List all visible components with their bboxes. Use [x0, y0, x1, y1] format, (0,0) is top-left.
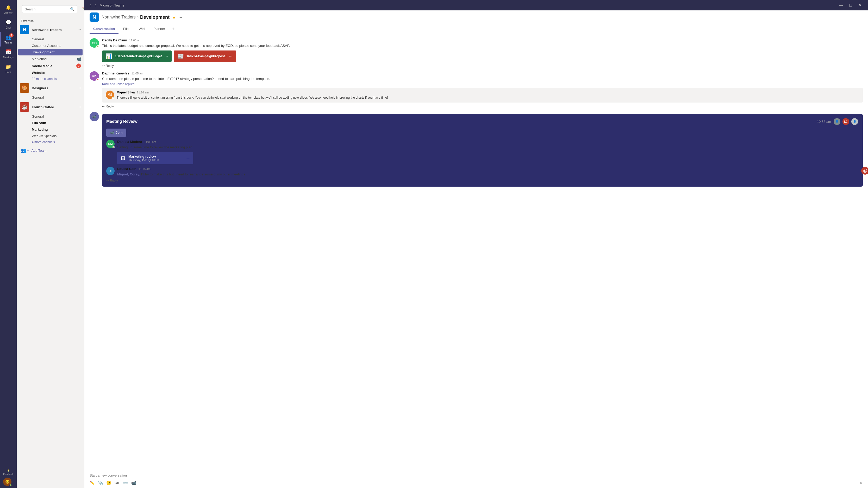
search-input[interactable]	[25, 7, 68, 11]
video-tool[interactable]: 📹	[131, 481, 136, 485]
northwind-name: Northwind Traders	[32, 28, 75, 32]
teams-badge: 2	[9, 33, 13, 37]
daphne-reply-btn[interactable]: ↩ Reply	[102, 104, 863, 109]
emoji-tool[interactable]: 🙂	[106, 481, 112, 485]
sticker-tool[interactable]: ⌨️	[123, 481, 128, 485]
daphne-text: Can someone please point me to the lates…	[102, 76, 863, 82]
send-button[interactable]: ➤	[859, 481, 863, 485]
tab-bar: Conversation Files Wiki Planner +	[84, 24, 868, 34]
teams-label: Teams	[4, 41, 12, 44]
sidebar: 🔍 ✏️ Favorites N Northwind Traders ··· G…	[17, 0, 84, 488]
designers-more[interactable]: ···	[78, 86, 81, 90]
channel-development[interactable]: Development	[18, 49, 83, 56]
excel-file-card[interactable]: 📊 160724-WinterCampaignBudget ···	[102, 51, 172, 62]
fourth-coffee-more[interactable]: ···	[78, 105, 81, 109]
louisa-text: Miguel, Corey, I'll try to make this but…	[117, 172, 245, 177]
calendar-card[interactable]: ⊞ Marketing review Thursday, 15th @ 10:3…	[117, 152, 193, 164]
tab-files[interactable]: Files	[120, 24, 134, 34]
video-icon: 📹	[110, 131, 114, 135]
daphne-reply-label: Reply	[106, 105, 114, 108]
meeting-title: Meeting Review	[106, 119, 137, 124]
social-media-badge: 2	[76, 64, 81, 68]
daniela-author: Daniela Madera	[117, 140, 142, 144]
feedback-btn[interactable]: 💡 Feedback	[3, 469, 13, 476]
add-team-button[interactable]: 👥+ Add Team	[17, 145, 84, 156]
cecily-status	[96, 45, 99, 47]
maximize-button[interactable]: ☐	[847, 2, 855, 8]
search-container: 🔍	[22, 5, 78, 13]
channel-general-nw[interactable]: General	[17, 36, 84, 42]
miguel-status	[112, 97, 114, 99]
meetings-icon: 📅	[5, 49, 11, 55]
channel-general-designers[interactable]: General	[17, 94, 84, 101]
channel-marketing-fc[interactable]: Marketing	[17, 126, 84, 133]
northwind-more[interactable]: ···	[78, 27, 81, 32]
calendar-more[interactable]: ···	[186, 156, 190, 160]
excel-more[interactable]: ···	[164, 54, 168, 59]
louisa-message: LC Louisa Cain 11:15 am Miguel, Corey,	[106, 167, 859, 177]
channel-website[interactable]: Website	[17, 69, 84, 76]
cecily-header: Cecily De Crum 11:00 am	[102, 38, 863, 42]
miguel-author: Miguel Silva	[117, 91, 135, 94]
rail-meetings[interactable]: 📅 Meetings	[0, 46, 17, 61]
tab-conversation[interactable]: Conversation	[90, 24, 119, 34]
add-team-icon: 👥+	[21, 148, 29, 153]
rail-teams[interactable]: 👥 Teams 2	[0, 32, 17, 46]
breadcrumb-team: Northwind Traders	[101, 15, 136, 20]
search-icon-button[interactable]: 🔍	[70, 7, 74, 11]
channel-social-media[interactable]: Social Media 2	[17, 62, 84, 69]
channel-marketing-nw[interactable]: Marketing 📹	[17, 56, 84, 62]
meeting-card: Meeting Review 10:58 am 👤 LC 👤 📹 Join	[102, 114, 863, 187]
rail-activity[interactable]: 🔔 Activity	[0, 2, 17, 17]
minimize-button[interactable]: —	[837, 2, 845, 8]
gif-tool[interactable]: GIF	[115, 481, 120, 485]
new-chat-button[interactable]: ✏️	[82, 7, 84, 11]
channel-fun-stuff[interactable]: Fun stuff	[17, 120, 84, 126]
user-avatar[interactable]: 😊	[3, 478, 11, 486]
participant-1: 👤	[833, 118, 841, 125]
back-button[interactable]: ‹	[89, 2, 92, 9]
more-channels-fc[interactable]: 4 more channels	[17, 139, 84, 145]
tab-planner[interactable]: Planner	[150, 24, 169, 34]
team-fourth-coffee[interactable]: ☕ Fourth Coffee ···	[17, 101, 84, 113]
team-northwind[interactable]: N Northwind Traders ···	[17, 24, 84, 36]
daphne-time: 11:05 am	[131, 72, 144, 75]
cecily-reply-label: Reply	[106, 64, 114, 68]
attach-tool[interactable]: 📎	[98, 481, 103, 485]
messages-area: CD Cecily De Crum 11:00 am This is the l…	[84, 34, 868, 469]
channel-customer-accounts[interactable]: Customer Accounts	[17, 42, 84, 49]
rail-chat[interactable]: 💬 Chat	[0, 17, 17, 32]
left-rail: 🔔 Activity 💬 Chat 👥 Teams 2 📅 Meetings 📁…	[0, 0, 17, 488]
breadcrumb: Northwind Traders › Development	[101, 14, 169, 20]
chat-label: Chat	[5, 26, 11, 29]
weekly-specials-label: Weekly Specials	[32, 134, 57, 138]
rail-files[interactable]: 📁 Files	[0, 61, 17, 76]
add-tab-button[interactable]: +	[170, 24, 177, 34]
close-button[interactable]: ✕	[857, 2, 864, 8]
favorite-star[interactable]: ★	[172, 15, 176, 20]
forward-button[interactable]: ›	[94, 2, 97, 9]
join-button[interactable]: 📹 Join	[106, 129, 126, 137]
channel-general-fc[interactable]: General	[17, 113, 84, 120]
team-designers[interactable]: 🎨 Designers ···	[17, 82, 84, 94]
compose-area: ✏️ 📎 🙂 GIF ⌨️ 📹 ➤	[84, 469, 868, 488]
designers-name: Designers	[32, 86, 75, 90]
ppt-more[interactable]: ···	[229, 54, 232, 59]
louisa-content: Louisa Cain 11:15 am Miguel, Corey, I'll…	[117, 167, 245, 177]
compose-input[interactable]	[90, 472, 863, 479]
daniela-message: DM Daniela Madera 11:00 am Setting up so…	[106, 140, 859, 164]
team-logo: N	[90, 12, 99, 22]
format-tool[interactable]: ✏️	[90, 481, 95, 485]
louisa-avatar: LC	[106, 167, 115, 175]
channel-weekly-specials[interactable]: Weekly Specials	[17, 133, 84, 139]
replied-by[interactable]: Kadji and Jakob replied	[102, 82, 863, 86]
powerpoint-file-card[interactable]: 📰 160724-CampaignProposal ···	[174, 51, 236, 62]
channel-more-button[interactable]: ···	[178, 14, 182, 20]
louisa-author: Louisa Cain	[117, 167, 136, 171]
meeting-reply-btn[interactable]: ↩ Reply	[106, 178, 859, 183]
daphne-content: Daphne Knowles 11:05 am Can someone plea…	[102, 71, 863, 109]
tab-wiki[interactable]: Wiki	[135, 24, 149, 34]
cecily-reply-btn[interactable]: ↩ Reply	[102, 64, 863, 68]
more-channels-nw[interactable]: 32 more channels	[17, 76, 84, 82]
title-bar: ‹ › Microsoft Teams — ☐ ✕	[84, 0, 868, 10]
